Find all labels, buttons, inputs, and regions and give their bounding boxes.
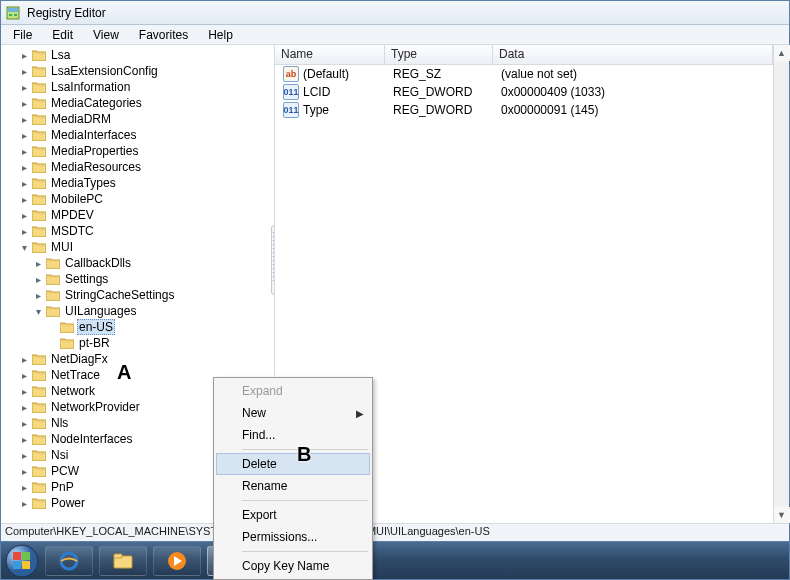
- expand-icon[interactable]: ▸: [17, 415, 31, 431]
- tree-node[interactable]: ▸ NodeInterfaces: [3, 431, 180, 447]
- value-name: LCID: [303, 85, 330, 99]
- list-row[interactable]: ab(Default)REG_SZ(value not set): [275, 65, 773, 83]
- tree-node[interactable]: ▸ NetDiagFx: [3, 351, 180, 367]
- collapse-icon[interactable]: ▾: [17, 239, 31, 255]
- context-menu-item[interactable]: Copy Key Name: [216, 555, 370, 577]
- expand-icon[interactable]: ▸: [17, 159, 31, 175]
- context-menu-item[interactable]: Export: [216, 504, 370, 526]
- context-menu-item[interactable]: New▶: [216, 402, 370, 424]
- context-menu-item[interactable]: Permissions...: [216, 526, 370, 548]
- tree-node[interactable]: ▸ StringCacheSettings: [3, 287, 180, 303]
- titlebar[interactable]: Registry Editor: [1, 1, 789, 25]
- context-menu-item[interactable]: Delete: [216, 453, 370, 475]
- start-button[interactable]: [5, 544, 39, 578]
- tree-node[interactable]: ▸ Settings: [3, 271, 180, 287]
- tree-node[interactable]: ▸ PCW: [3, 463, 180, 479]
- tree-node[interactable]: ▸ Power: [3, 495, 180, 511]
- folder-icon: [45, 287, 61, 303]
- menu-favorites[interactable]: Favorites: [129, 26, 198, 44]
- tree-node[interactable]: ▸ Nsi: [3, 447, 180, 463]
- tree-node-label: Nls: [49, 416, 70, 430]
- expand-icon[interactable]: ▸: [17, 175, 31, 191]
- expand-icon[interactable]: ▸: [17, 463, 31, 479]
- tree-node[interactable]: ▸ MediaProperties: [3, 143, 180, 159]
- expand-icon[interactable]: ▸: [17, 127, 31, 143]
- context-menu-separator: [242, 500, 368, 501]
- col-name[interactable]: Name: [275, 45, 385, 64]
- tree-node[interactable]: ▸ NetworkProvider: [3, 399, 180, 415]
- taskbar-explorer[interactable]: [99, 546, 147, 576]
- tree-node[interactable]: ▸ Nls: [3, 415, 180, 431]
- expand-icon[interactable]: ▸: [17, 495, 31, 511]
- tree-node[interactable]: ▸ CallbackDlls: [3, 255, 180, 271]
- tree-node[interactable]: ▸ PnP: [3, 479, 180, 495]
- vertical-scrollbar[interactable]: ▲ ▼: [773, 45, 789, 523]
- tree-node[interactable]: ▸ MSDTC: [3, 223, 180, 239]
- list-row[interactable]: 011LCIDREG_DWORD0x00000409 (1033): [275, 83, 773, 101]
- window-title: Registry Editor: [27, 6, 106, 20]
- tree-node[interactable]: ▾ UILanguages: [3, 303, 180, 319]
- taskbar-wmplayer[interactable]: [153, 546, 201, 576]
- tree-node[interactable]: ▸ Lsa: [3, 47, 180, 63]
- expand-icon[interactable]: ▸: [31, 287, 45, 303]
- tree-node[interactable]: ▸ MediaTypes: [3, 175, 180, 191]
- menu-file[interactable]: File: [3, 26, 42, 44]
- scroll-up-icon[interactable]: ▲: [774, 45, 790, 61]
- expand-icon[interactable]: ▸: [17, 63, 31, 79]
- svg-point-9: [61, 553, 77, 569]
- col-data[interactable]: Data: [493, 45, 773, 64]
- tree-node[interactable]: ▸ MediaDRM: [3, 111, 180, 127]
- folder-icon: [31, 63, 47, 79]
- scroll-down-icon[interactable]: ▼: [774, 507, 790, 523]
- tree-node-label: NetDiagFx: [49, 352, 110, 366]
- tree-node[interactable]: ▸ NetTrace: [3, 367, 180, 383]
- list-row[interactable]: 011TypeREG_DWORD0x00000091 (145): [275, 101, 773, 119]
- taskbar-ie[interactable]: [45, 546, 93, 576]
- context-menu-item-label: Expand: [242, 384, 283, 398]
- expand-icon[interactable]: ▸: [17, 367, 31, 383]
- tree-node[interactable]: en-US: [3, 319, 180, 335]
- tree-node[interactable]: ▸ MobilePC: [3, 191, 180, 207]
- folder-icon: [59, 319, 75, 335]
- tree-node-label: CallbackDlls: [63, 256, 133, 270]
- menu-view[interactable]: View: [83, 26, 129, 44]
- expand-icon[interactable]: ▸: [31, 255, 45, 271]
- expand-icon[interactable]: ▸: [17, 447, 31, 463]
- tree-node[interactable]: ▸ MediaInterfaces: [3, 127, 180, 143]
- tree-node[interactable]: ▸ MPDEV: [3, 207, 180, 223]
- client-area: ▸ Lsa▸ LsaExtensionConfig▸ LsaInformatio…: [1, 45, 789, 523]
- context-menu-item-label: Copy Key Name: [242, 559, 329, 573]
- expand-icon[interactable]: ▸: [17, 47, 31, 63]
- expand-icon[interactable]: ▸: [17, 95, 31, 111]
- expand-icon[interactable]: ▸: [17, 79, 31, 95]
- expand-icon[interactable]: ▸: [17, 191, 31, 207]
- menu-help[interactable]: Help: [198, 26, 243, 44]
- folder-icon: [31, 111, 47, 127]
- tree-node[interactable]: pt-BR: [3, 335, 180, 351]
- tree-node[interactable]: ▸ MediaResources: [3, 159, 180, 175]
- expand-icon[interactable]: ▸: [17, 431, 31, 447]
- context-menu-item[interactable]: Find...: [216, 424, 370, 446]
- expand-icon[interactable]: ▸: [17, 479, 31, 495]
- context-menu-item[interactable]: Rename: [216, 475, 370, 497]
- expand-icon[interactable]: ▸: [17, 383, 31, 399]
- expand-icon[interactable]: ▸: [17, 207, 31, 223]
- tree-node[interactable]: ▸ Network: [3, 383, 180, 399]
- expand-icon[interactable]: ▸: [31, 271, 45, 287]
- tree-node[interactable]: ▸ MediaCategories: [3, 95, 180, 111]
- col-type[interactable]: Type: [385, 45, 493, 64]
- menubar: File Edit View Favorites Help: [1, 25, 789, 45]
- list-header[interactable]: Name Type Data: [275, 45, 773, 65]
- expand-icon[interactable]: ▸: [17, 351, 31, 367]
- folder-icon: [31, 207, 47, 223]
- expand-icon[interactable]: ▸: [17, 143, 31, 159]
- tree-node[interactable]: ▸ LsaExtensionConfig: [3, 63, 180, 79]
- tree-node[interactable]: ▾ MUI: [3, 239, 180, 255]
- expand-icon[interactable]: ▸: [17, 223, 31, 239]
- tree-node-label: MUI: [49, 240, 75, 254]
- menu-edit[interactable]: Edit: [42, 26, 83, 44]
- collapse-icon[interactable]: ▾: [31, 303, 45, 319]
- tree-node[interactable]: ▸ LsaInformation: [3, 79, 180, 95]
- expand-icon[interactable]: ▸: [17, 111, 31, 127]
- expand-icon[interactable]: ▸: [17, 399, 31, 415]
